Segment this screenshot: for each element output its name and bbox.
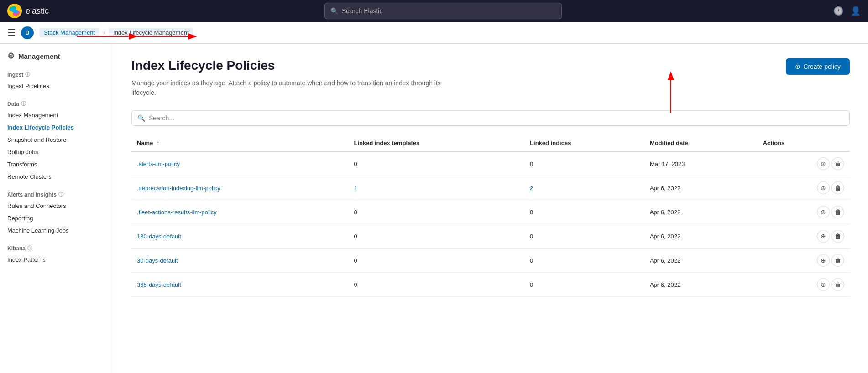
linked-indices-cell: 0 [524,224,644,249]
col-indices-label: Linked indices [530,140,571,146]
hamburger-icon[interactable]: ☰ [7,27,16,38]
policy-name-cell[interactable]: .deprecation-indexing-ilm-policy [131,176,348,200]
add-action-button[interactable]: ⊕ [817,254,830,267]
policy-name-cell[interactable]: 365-days-default [131,273,348,297]
delete-action-button[interactable]: 🗑 [831,230,844,243]
delete-action-button[interactable]: 🗑 [831,254,844,267]
table-header: Name ↑ Linked index templates Linked ind… [131,135,850,151]
create-policy-button[interactable]: ⊕ Create policy [786,58,850,75]
snapshot-restore-label: Snapshot and Restore [7,136,66,143]
policy-name-cell[interactable]: 180-days-default [131,224,348,249]
sidebar-item-ingest-pipelines[interactable]: Ingest Pipelines [0,80,113,92]
actions-cell: ⊕🗑 [758,151,850,176]
sidebar-item-index-management[interactable]: Index Management [0,109,113,121]
avatar-letter: D [26,30,30,36]
page-title: Index Lifecycle Policies [131,58,275,73]
search-icon: 🔍 [330,7,338,15]
actions-cell: ⊕🗑 [758,273,850,297]
sidebar-item-remote-clusters[interactable]: Remote Clusters [0,171,113,183]
sidebar-item-snapshot-and-restore[interactable]: Snapshot and Restore [0,134,113,146]
nav-icons: 🕐 👤 [833,6,861,16]
modified-date-cell: Apr 6, 2022 [644,273,758,297]
sidebar-item-rules-and-connectors[interactable]: Rules and Connectors [0,200,113,212]
table-body: .alerts-ilm-policy00Mar 17, 2023⊕🗑.depre… [131,151,850,297]
add-action-button[interactable]: ⊕ [817,230,830,243]
sidebar-item-index-lifecycle-policies[interactable]: Index Lifecycle Policies [0,121,113,134]
settings-icon[interactable]: 👤 [851,6,861,16]
linked-indices-cell: 0 [524,249,644,273]
col-header-name[interactable]: Name ↑ [131,135,348,151]
table-row: .fleet-actions-results-ilm-policy00Apr 6… [131,200,850,224]
sidebar-item-reporting[interactable]: Reporting [0,212,113,224]
sidebar-gear-icon: ⚙ [7,51,15,61]
policy-name-cell[interactable]: 30-days-default [131,249,348,273]
help-icon[interactable]: 🕐 [833,6,843,16]
reporting-label: Reporting [7,215,33,222]
ingest-info-icon: ⓘ [25,71,30,78]
linked-templates-cell: 0 [348,224,524,249]
breadcrumb-parent-label: Stack Management [44,29,95,36]
policy-name-cell[interactable]: .alerts-ilm-policy [131,151,348,176]
delete-action-button[interactable]: 🗑 [831,181,844,194]
col-templates-label: Linked index templates [354,140,419,146]
col-header-linked-templates[interactable]: Linked index templates [348,135,524,151]
sidebar-section-data: Data ⓘ [0,96,113,109]
sidebar-item-rollup-jobs[interactable]: Rollup Jobs [0,146,113,158]
policy-search-input[interactable] [149,114,844,122]
table-row: 180-days-default00Apr 6, 2022⊕🗑 [131,224,850,249]
policy-table: Name ↑ Linked index templates Linked ind… [131,135,850,297]
breadcrumb-bar: ☰ D Stack Management › Index Lifecycle M… [0,22,868,44]
actions-cell: ⊕🗑 [758,224,850,249]
actions-cell: ⊕🗑 [758,249,850,273]
rollup-jobs-label: Rollup Jobs [7,149,38,155]
section-data-label: Data [7,101,19,107]
main-layout: ⚙ Management Ingest ⓘ Ingest Pipelines D… [0,44,868,373]
data-info-icon: ⓘ [21,100,26,107]
table-row: 30-days-default00Apr 6, 2022⊕🗑 [131,249,850,273]
global-search[interactable]: 🔍 Search Elastic [324,3,562,19]
add-action-button[interactable]: ⊕ [817,181,830,194]
elastic-logo[interactable]: elastic [7,4,53,18]
sidebar-item-machine-learning-jobs[interactable]: Machine Learning Jobs [0,224,113,237]
add-action-button[interactable]: ⊕ [817,278,830,291]
index-patterns-label: Index Patterns [7,256,46,263]
delete-action-button[interactable]: 🗑 [831,157,844,170]
kibana-info-icon: ⓘ [27,245,32,252]
top-nav: elastic 🔍 Search Elastic 🕐 👤 [0,0,868,22]
create-policy-plus-icon: ⊕ [795,63,800,70]
table-row: 365-days-default00Apr 6, 2022⊕🗑 [131,273,850,297]
sidebar-section-kibana: Kibana ⓘ [0,240,113,254]
linked-indices-cell: 0 [524,200,644,224]
sidebar-header: ⚙ Management [0,44,113,67]
sidebar-item-index-patterns[interactable]: Index Patterns [0,254,113,266]
add-action-button[interactable]: ⊕ [817,157,830,170]
policy-search-wrapper[interactable]: 🔍 [131,110,850,126]
sidebar-item-transforms[interactable]: Transforms [0,158,113,171]
linked-indices-cell: 0 [524,273,644,297]
linked-templates-cell: 0 [348,249,524,273]
col-header-actions: Actions [758,135,850,151]
search-bar-wrapper: 🔍 Search Elastic [58,3,828,19]
linked-indices-cell: 0 [524,151,644,176]
elastic-logo-svg [7,4,22,18]
linked-templates-cell: 0 [348,151,524,176]
section-ingest-label: Ingest [7,72,23,78]
user-avatar: D [21,26,34,39]
breadcrumb-separator: › [103,30,105,36]
delete-action-button[interactable]: 🗑 [831,206,844,218]
breadcrumb-stack-management[interactable]: Stack Management [39,28,99,37]
breadcrumb-current: Index Lifecycle Management [109,28,193,37]
search-placeholder: Search Elastic [342,7,382,15]
modified-date-cell: Apr 6, 2022 [644,224,758,249]
section-kibana-label: Kibana [7,245,26,252]
delete-action-button[interactable]: 🗑 [831,278,844,291]
index-management-label: Index Management [7,112,58,119]
linked-templates-cell: 1 [348,176,524,200]
sidebar-section-alerts: Alerts and Insights ⓘ [0,186,113,200]
policy-name-cell[interactable]: .fleet-actions-results-ilm-policy [131,200,348,224]
logo-text: elastic [26,6,49,16]
col-header-modified-date[interactable]: Modified date [644,135,758,151]
col-header-linked-indices[interactable]: Linked indices [524,135,644,151]
add-action-button[interactable]: ⊕ [817,206,830,218]
sort-asc-icon: ↑ [157,140,160,146]
